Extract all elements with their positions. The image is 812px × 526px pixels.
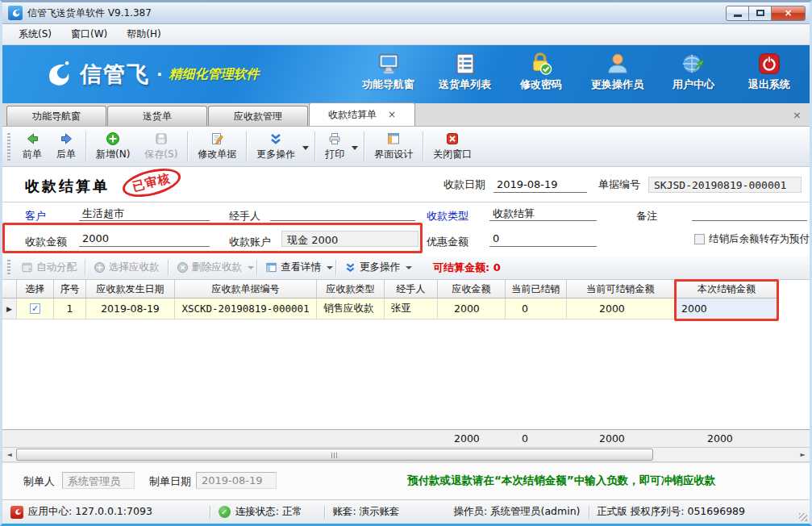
plus-circle-icon [106,132,120,146]
menu-window[interactable]: 窗口(W) [61,24,117,44]
globe-icon [681,52,706,76]
horizontal-scrollbar[interactable]: ◄ ► [2,447,810,462]
close-button[interactable]: × [771,6,806,21]
connection-ok-icon: ✓ [219,506,231,518]
x-circle-gray-icon [177,261,189,273]
col-current-settle: 本次结销金额 [675,280,779,298]
make-date-label: 制单日期 [149,474,191,489]
col-available: 当前可结销金额 [567,280,675,298]
cell-current-settle[interactable]: 2000 [675,298,779,319]
status-app-center: 应用中心: 127.0.0.1:7093 [2,505,210,519]
scroll-right-icon[interactable]: ► [796,448,810,461]
prepay-transfer-option[interactable]: 结销后余额转存为预付款 [694,232,812,246]
customer-label: 客户 [25,209,46,223]
view-detail-button[interactable]: 查看详情 [260,259,327,276]
banner-action-change-password[interactable]: 修改密码 [515,52,567,92]
next-doc-button[interactable]: 后单 [49,129,83,164]
app-center-icon [10,506,23,519]
banner-action-delivery-list[interactable]: 送货单列表 [439,52,491,92]
layout-design-icon [386,132,401,146]
receipt-type-label: 收款类型 [427,209,468,223]
cell-settled: 0 [506,298,567,319]
brand-tagline: 精细化管理软件 [169,66,260,83]
maximize-icon [756,10,764,16]
grid-more-actions-button[interactable]: 更多操作 [339,259,406,276]
delete-receivable-dropdown-icon[interactable] [248,266,254,273]
discount-field[interactable]: 0 [489,232,597,247]
edit-doc-button[interactable]: 修改单据 [190,129,244,164]
amount-field[interactable]: 2000 [79,232,210,247]
make-date-field: 2019-08-19 [196,472,277,489]
scroll-left-icon[interactable]: ◄ [2,448,16,461]
prepay-transfer-label: 结销后余额转存为预付款 [709,232,812,246]
col-settled: 当前已结销 [506,280,567,298]
tab-nav-window[interactable]: 功能导航窗 [6,106,106,126]
customer-field[interactable]: 生活超市 [79,206,210,221]
printer-icon [327,132,342,146]
view-detail-dropdown-icon[interactable] [327,266,333,273]
detail-panel-icon [265,261,277,273]
row-select-checkbox[interactable]: ✓ [30,303,40,314]
user-icon [606,52,630,76]
col-select: 选择 [17,280,54,298]
resize-grip[interactable] [799,513,807,521]
brand-separator: · [156,65,163,84]
maximize-button[interactable] [748,6,772,21]
status-connection: ✓ 连接状态: 正常 [210,505,324,519]
save-button[interactable]: 保存(S) [137,129,185,164]
print-button[interactable]: 打印 [318,129,352,164]
status-account-set: 账套: 演示账套 [324,505,445,519]
more-actions-dropdown-icon[interactable] [302,146,309,153]
auto-assign-button[interactable]: 自动分配 [15,259,82,276]
status-bar: 应用中心: 127.0.0.1:7093 ✓ 连接状态: 正常 账套: 演示账套… [2,499,810,524]
receipt-type-field[interactable]: 收款结算 [489,206,597,221]
banner-action-switch-operator[interactable]: 更换操作员 [591,52,643,92]
prepay-transfer-checkbox[interactable] [694,234,705,244]
remark-field[interactable] [692,206,807,221]
doc-no-label: 单据编号 [598,177,640,192]
maker-label: 制单人 [23,474,55,489]
minimize-button[interactable] [726,6,749,21]
receipt-date-label: 收款日期 [443,177,485,192]
scrollbar-thumb[interactable] [16,449,653,461]
title-bar: 信管飞送货单软件 V9.1.387 × [2,2,810,24]
receipt-date-field[interactable]: 2019-08-19 [493,177,587,193]
banner-action-user-center[interactable]: 用户中心 [668,52,719,92]
account-label: 收款账户 [229,235,271,249]
brand-name: 信管飞 [80,60,150,89]
prev-doc-button[interactable]: 前单 [15,129,49,164]
grid-data-row[interactable]: ▶ ✓ 1 2019-08-19 XSCKD-20190819-000001 销… [2,298,810,319]
grid-more-actions-dropdown-icon[interactable] [406,266,412,273]
ui-design-button[interactable]: 界面设计 [367,129,420,164]
negative-amount-tip: 预付款或退款请在“本次结销金额”中输入负数，即可冲销应收款 [407,474,715,488]
grid-toolbar-grip [7,260,10,276]
cell-doc-no: XSCKD-20190819-000001 [175,298,317,319]
window-title: 信管飞送货单软件 V9.1.387 [27,6,727,20]
tabstrip-close-icon[interactable]: × [793,109,802,121]
banner-action-exit[interactable]: 退出系统 [743,52,795,92]
handler-field[interactable] [270,206,415,221]
doc-no-field: SKJSD-20190819-000001 [648,177,802,193]
tab-receipt-settlement[interactable]: 收款结算单 × [309,102,415,126]
tab-receivable-mgmt[interactable]: 应收款管理 [208,106,308,126]
tab-delivery-order[interactable]: 送货单 [107,106,207,126]
grid-header-row: 选择 序号 应收款发生日期 应收款单据编号 应收款类型 经手人 应收金额 当前已… [2,280,810,298]
menu-help[interactable]: 帮助(H) [117,24,170,44]
account-field[interactable]: 现金 2000 [281,231,418,247]
minimize-icon [734,15,742,17]
banner-action-nav[interactable]: 功能导航窗 [362,52,414,92]
menu-system[interactable]: 系统(S) [9,24,61,44]
app-window: 信管飞送货单软件 V9.1.387 × 系统(S) 窗口(W) 帮助(H) 信管… [0,0,812,526]
delete-receivable-button[interactable]: 删除应收款 [171,259,248,276]
col-type: 应收款类型 [317,280,385,298]
new-button[interactable]: 新增(N) [89,129,137,164]
select-receivable-button[interactable]: 选择应收款 [88,259,165,276]
tab-close-icon[interactable]: × [388,109,396,120]
print-dropdown-icon[interactable] [352,146,358,153]
close-window-button[interactable]: 关闭窗口 [426,129,479,164]
remark-label: 备注 [636,209,657,223]
menu-bar: 系统(S) 窗口(W) 帮助(H) [2,24,810,45]
auto-assign-icon [21,261,33,273]
grid-empty-area [2,319,810,429]
more-actions-button[interactable]: 更多操作 [249,129,302,164]
